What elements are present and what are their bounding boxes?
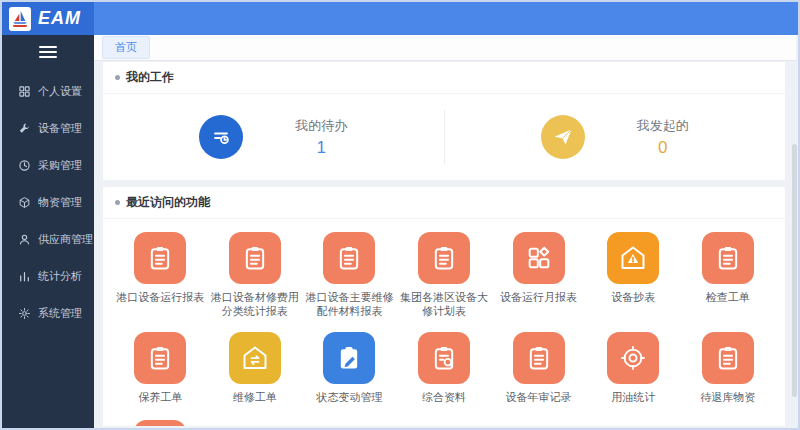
main-content: 首页 我的工作 我的待办 1	[94, 35, 796, 426]
func-inspection-work-order[interactable]: 检查工单	[680, 225, 775, 325]
section-title: 最近访问的功能	[126, 194, 210, 211]
paper-plane-icon	[541, 115, 585, 159]
function-grid: 港口设备运行报表 港口设备材修费用分类统计报表 港口设备主要维修配件材料报表	[103, 219, 785, 426]
my-work-header: 我的工作	[103, 62, 785, 94]
my-work-section: 我的工作 我的待办 1	[102, 61, 786, 181]
collapse-menu-button[interactable]	[2, 35, 94, 65]
func-equipment-meter-reading[interactable]: 设备抄表	[586, 225, 681, 325]
func-status-change-management[interactable]: 状态变动管理	[302, 325, 397, 413]
sidebar-item-label: 供应商管理	[38, 232, 93, 247]
box-icon	[18, 196, 31, 209]
my-work-body: 我的待办 1 我发起的 0	[103, 94, 785, 180]
recent-functions-header: 最近访问的功能	[103, 187, 785, 219]
func-port-equipment-operation-report[interactable]: 港口设备运行报表	[113, 225, 208, 325]
clipboard-pencil-icon	[323, 332, 375, 384]
initiated-label: 我发起的	[637, 117, 689, 135]
sidebar: 个人设置 设备管理 采购管理 物资管理 供应商管理 统计分析	[2, 35, 94, 428]
my-initiated-card[interactable]: 我发起的 0	[445, 94, 786, 180]
func-maintenance-work-order[interactable]: 保养工单	[113, 325, 208, 413]
gear-icon	[18, 307, 31, 320]
func-repair-work-order[interactable]: 维修工单	[208, 325, 303, 413]
clipboard-icon	[134, 332, 186, 384]
func-group-port-overhaul-plan[interactable]: 集团各港区设备大修计划表	[397, 225, 492, 325]
clipboard-icon	[229, 232, 281, 284]
clock-icon	[18, 159, 31, 172]
sidebar-item-label: 物资管理	[38, 195, 82, 210]
scrollbar-thumb[interactable]	[792, 144, 797, 397]
clipboard-search-icon	[418, 332, 470, 384]
wrench-icon	[18, 122, 31, 135]
todo-count: 1	[295, 138, 347, 158]
logo-area: EAM	[2, 2, 94, 35]
top-header: EAM	[2, 2, 798, 35]
sidebar-item-label: 采购管理	[38, 158, 82, 173]
recent-functions-section: 最近访问的功能 港口设备运行报表 港口设备材修费用分类统计报表	[102, 186, 786, 426]
grid-squares-icon	[513, 232, 565, 284]
main-scrollbar	[791, 2, 798, 428]
sail-logo-icon	[12, 10, 28, 24]
clipboard-icon	[702, 332, 754, 384]
company-logo	[9, 7, 31, 31]
sidebar-item-material-management[interactable]: 物资管理	[2, 184, 94, 221]
func-oil-usage-statistics[interactable]: 用油统计	[586, 325, 681, 413]
initiated-text: 我发起的 0	[637, 117, 689, 158]
func-materials-pending-return[interactable]: 待退库物资	[680, 325, 775, 413]
todo-label: 我的待办	[295, 117, 347, 135]
todo-list-icon	[199, 115, 243, 159]
func-comprehensive-data[interactable]: 综合资料	[397, 325, 492, 413]
house-alert-icon	[607, 232, 659, 284]
sidebar-item-label: 统计分析	[38, 269, 82, 284]
house-arrows-icon	[229, 332, 281, 384]
target-icon	[607, 332, 659, 384]
section-dot-icon	[115, 200, 120, 205]
func-port-equipment-repair-cost-report[interactable]: 港口设备材修费用分类统计报表	[208, 225, 303, 325]
clipboard-icon	[513, 332, 565, 384]
sidebar-item-label: 系统管理	[38, 306, 82, 321]
initiated-count: 0	[637, 138, 689, 158]
target-icon	[134, 420, 186, 426]
grid-icon	[18, 85, 31, 98]
sidebar-item-personal-settings[interactable]: 个人设置	[2, 73, 94, 110]
person-icon	[18, 233, 31, 246]
clipboard-icon	[134, 232, 186, 284]
app-window: EAM 个人设置 设备管理 采购管理	[0, 0, 800, 430]
func-equipment-monthly-report[interactable]: 设备运行月报表	[491, 225, 586, 325]
sidebar-item-purchase-management[interactable]: 采购管理	[2, 147, 94, 184]
sidebar-item-label: 设备管理	[38, 121, 82, 136]
section-title: 我的工作	[126, 69, 174, 86]
func-port-equipment-main-repair-parts-report[interactable]: 港口设备主要维修配件材料报表	[302, 225, 397, 325]
app-title: EAM	[38, 8, 81, 29]
sidebar-item-statistics-analysis[interactable]: 统计分析	[2, 258, 94, 295]
tab-home[interactable]: 首页	[102, 36, 150, 59]
hamburger-icon	[39, 45, 57, 59]
my-todo-card[interactable]: 我的待办 1	[103, 94, 444, 180]
clipboard-icon	[323, 232, 375, 284]
bar-chart-icon	[18, 270, 31, 283]
sidebar-nav: 个人设置 设备管理 采购管理 物资管理 供应商管理 统计分析	[2, 65, 94, 332]
sidebar-item-system-management[interactable]: 系统管理	[2, 295, 94, 332]
sidebar-item-label: 个人设置	[38, 84, 82, 99]
func-equipment-annual-review-record[interactable]: 设备年审记录	[491, 325, 586, 413]
tab-bar: 首页	[94, 35, 796, 61]
logo-subtext	[13, 25, 27, 27]
func-material-requisition[interactable]: 领料申请	[113, 413, 208, 426]
section-dot-icon	[115, 75, 120, 80]
clipboard-icon	[702, 232, 754, 284]
clipboard-icon	[418, 232, 470, 284]
todo-text: 我的待办 1	[295, 117, 347, 158]
sidebar-item-supplier-management[interactable]: 供应商管理	[2, 221, 94, 258]
sidebar-item-equipment-management[interactable]: 设备管理	[2, 110, 94, 147]
